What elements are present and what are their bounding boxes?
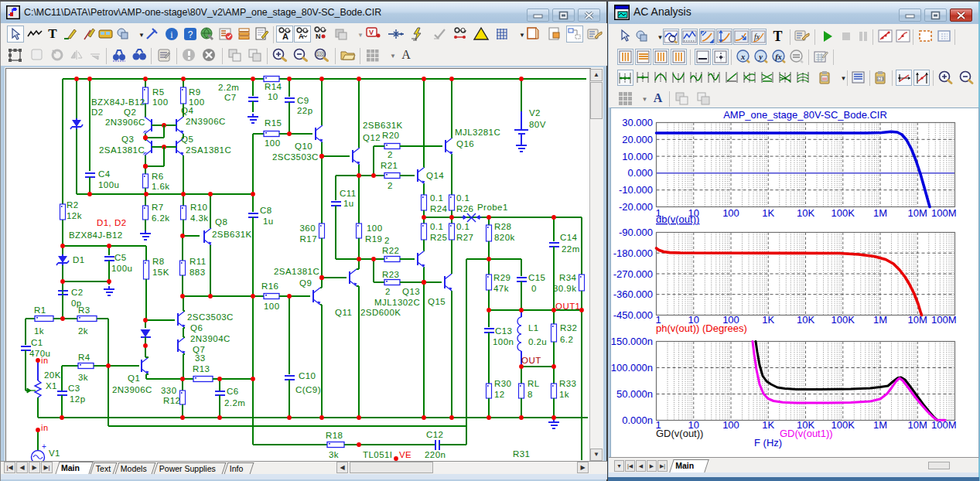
svg-text:0: 0 bbox=[531, 284, 537, 293]
svg-text:MJL3281C: MJL3281C bbox=[455, 128, 500, 137]
svg-text:R1: R1 bbox=[34, 305, 46, 315]
svg-text:R31: R31 bbox=[513, 449, 530, 459]
svg-text:Q3: Q3 bbox=[121, 135, 134, 144]
svg-text:2: 2 bbox=[388, 150, 393, 159]
svg-text:2N3906C: 2N3906C bbox=[112, 385, 152, 394]
svg-text:6.2: 6.2 bbox=[560, 335, 573, 344]
svg-text:10K: 10K bbox=[797, 314, 814, 326]
svg-text:4.3k: 4.3k bbox=[190, 213, 209, 223]
svg-text:100: 100 bbox=[265, 138, 281, 148]
svg-text:Q1: Q1 bbox=[128, 374, 140, 383]
svg-text:100: 100 bbox=[316, 52, 323, 56]
svg-text:F (Hz): F (Hz) bbox=[754, 437, 782, 449]
svg-text:R17: R17 bbox=[300, 234, 317, 244]
svg-text:0.1: 0.1 bbox=[430, 222, 443, 231]
svg-text:2k: 2k bbox=[78, 326, 88, 336]
svg-text:in: in bbox=[41, 356, 48, 365]
svg-text:1K: 1K bbox=[762, 419, 774, 431]
svg-text:C7: C7 bbox=[224, 93, 237, 102]
svg-text:C11: C11 bbox=[340, 189, 357, 198]
svg-text:X1: X1 bbox=[46, 381, 57, 391]
svg-text:V2: V2 bbox=[529, 108, 541, 118]
svg-text:OUT1: OUT1 bbox=[555, 302, 580, 311]
svg-text:50.000n: 50.000n bbox=[616, 388, 653, 400]
svg-text:20.000: 20.000 bbox=[622, 134, 653, 145]
svg-text:33: 33 bbox=[195, 353, 206, 363]
svg-text:100K: 100K bbox=[831, 419, 855, 431]
svg-text:12k: 12k bbox=[67, 211, 82, 220]
svg-text:2N3904C: 2N3904C bbox=[190, 334, 230, 343]
svg-text:Q16: Q16 bbox=[456, 139, 474, 148]
svg-text:AMP_one_stage_80V-SC_Bode.CIR: AMP_one_stage_80V-SC_Bode.CIR bbox=[723, 109, 887, 121]
svg-text:Q5: Q5 bbox=[181, 135, 193, 144]
svg-text:220n: 220n bbox=[425, 450, 446, 459]
svg-text:10: 10 bbox=[268, 92, 278, 101]
svg-text:2SA1381C: 2SA1381C bbox=[186, 145, 231, 155]
svg-text:3k: 3k bbox=[329, 450, 339, 459]
svg-text:in: in bbox=[41, 423, 48, 432]
svg-text:R33: R33 bbox=[559, 379, 576, 388]
svg-text:10.000: 10.000 bbox=[622, 151, 653, 162]
svg-text:R23: R23 bbox=[382, 270, 399, 279]
svg-text:R22: R22 bbox=[382, 246, 399, 255]
svg-text:2SB631K: 2SB631K bbox=[212, 230, 252, 239]
svg-text:R25: R25 bbox=[430, 233, 447, 242]
svg-text:C15: C15 bbox=[528, 273, 545, 282]
svg-text:R18: R18 bbox=[326, 431, 343, 440]
svg-text:6.2k: 6.2k bbox=[152, 213, 170, 223]
svg-text:Q14: Q14 bbox=[426, 171, 444, 180]
svg-text:0.000n: 0.000n bbox=[622, 414, 653, 426]
svg-text:GD(v(out1)): GD(v(out1)) bbox=[780, 428, 833, 439]
svg-text:Q13: Q13 bbox=[402, 287, 420, 296]
svg-text:12p: 12p bbox=[70, 394, 86, 404]
svg-text:?: ? bbox=[188, 29, 193, 40]
svg-text:R16: R16 bbox=[261, 281, 278, 291]
svg-text:Q6: Q6 bbox=[190, 323, 203, 333]
svg-text:100: 100 bbox=[367, 223, 383, 233]
svg-text:Q11: Q11 bbox=[335, 308, 352, 317]
svg-text:R28: R28 bbox=[494, 222, 511, 231]
svg-text:D1: D1 bbox=[73, 255, 85, 264]
svg-text:2N3906C: 2N3906C bbox=[186, 117, 226, 126]
svg-text:R10: R10 bbox=[190, 203, 207, 212]
svg-text:Probe1: Probe1 bbox=[477, 203, 508, 212]
svg-text:-450.000: -450.000 bbox=[613, 309, 653, 321]
svg-text:A: A bbox=[282, 32, 289, 41]
svg-text:R9: R9 bbox=[189, 87, 201, 97]
svg-text:-360.000: -360.000 bbox=[613, 288, 653, 300]
svg-text:1K: 1K bbox=[762, 207, 774, 219]
svg-text:0.1: 0.1 bbox=[456, 222, 470, 231]
svg-text:2SA1381C: 2SA1381C bbox=[274, 267, 319, 276]
svg-text:C10: C10 bbox=[299, 371, 316, 380]
svg-text:RL: RL bbox=[528, 379, 540, 388]
svg-text:Q12: Q12 bbox=[363, 133, 381, 142]
svg-text:-10.000: -10.000 bbox=[619, 184, 653, 196]
svg-text:OUT: OUT bbox=[521, 356, 541, 365]
svg-text:BZX84J-B12: BZX84J-B12 bbox=[69, 230, 123, 240]
svg-text:2SD600K: 2SD600K bbox=[360, 308, 401, 317]
svg-text:1k: 1k bbox=[34, 326, 44, 336]
svg-text:MJL1302C: MJL1302C bbox=[374, 298, 420, 307]
svg-text:330: 330 bbox=[161, 386, 177, 395]
svg-text:C13: C13 bbox=[495, 326, 512, 336]
svg-text:100: 100 bbox=[722, 419, 739, 431]
svg-text:C1: C1 bbox=[31, 338, 43, 347]
svg-text:C8: C8 bbox=[260, 206, 272, 215]
svg-text:ph(v(out)) (Degrees): ph(v(out)) (Degrees) bbox=[656, 322, 747, 334]
svg-text:D1, D2: D1, D2 bbox=[97, 218, 127, 227]
svg-text:C2: C2 bbox=[71, 288, 84, 297]
svg-text:C5: C5 bbox=[114, 253, 127, 262]
svg-text:V: V bbox=[369, 29, 374, 36]
svg-text:Q10: Q10 bbox=[295, 142, 312, 151]
svg-text:db(v(out)): db(v(out)) bbox=[656, 213, 699, 225]
svg-text:12: 12 bbox=[494, 390, 505, 399]
svg-text:N: N bbox=[316, 32, 321, 40]
svg-text:2SC3503C: 2SC3503C bbox=[187, 312, 234, 322]
svg-text:R13: R13 bbox=[193, 364, 210, 374]
svg-text:22p: 22p bbox=[297, 106, 313, 115]
svg-text:100K: 100K bbox=[831, 207, 855, 219]
svg-text:1.6k: 1.6k bbox=[152, 182, 170, 191]
svg-text:-90.000: -90.000 bbox=[619, 227, 653, 238]
svg-text:1u: 1u bbox=[343, 199, 354, 208]
svg-text:2.2m: 2.2m bbox=[224, 398, 245, 408]
